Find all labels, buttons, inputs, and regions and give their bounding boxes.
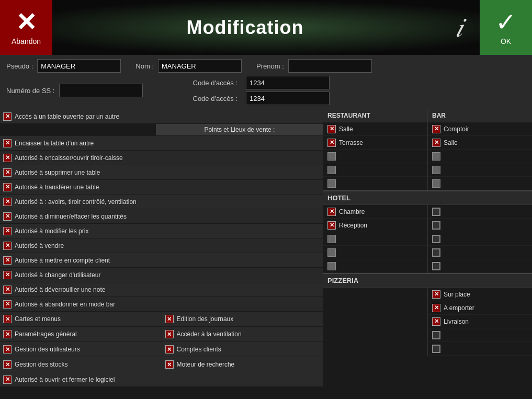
bar-salle-checkbox[interactable]: ✕	[432, 139, 440, 147]
perm-users-text: Gestion des utilisateurs	[15, 346, 80, 353]
form-area: Pseudo : Nom : Prénom : Numéro de SS : C…	[0, 55, 532, 109]
perm-8-text: Autorisé à modifier les prix	[15, 227, 88, 235]
restaurant-item-3	[323, 150, 427, 163]
hotel-right-3-radio[interactable]	[432, 235, 440, 243]
perm-3-text: Autorisé à encaisser/ouvrir tiroir-caiss…	[15, 154, 123, 162]
perm-double-3: ✕ Gestion des utilisateurs ✕ Comptes cli…	[0, 342, 323, 357]
pseudo-input[interactable]	[37, 59, 121, 73]
perm-edition-checkbox[interactable]: ✕	[165, 315, 174, 323]
perm-8-checkbox[interactable]: ✕	[3, 227, 12, 235]
perm-comptes-checkbox[interactable]: ✕	[165, 345, 174, 354]
perm-half-ventil: ✕ Accéder à la ventilation	[162, 327, 324, 341]
perm-10-checkbox[interactable]: ✕	[3, 256, 12, 265]
hotel-right-item-4	[428, 246, 532, 259]
restaurant-item-5-checkbox[interactable]	[327, 179, 336, 188]
pizzeria-header: PIZZERIA	[323, 273, 532, 288]
bar-item-3-checkbox[interactable]	[432, 152, 440, 161]
hotel-right-5-radio[interactable]	[432, 262, 440, 270]
restaurant-item-4-checkbox[interactable]	[327, 166, 336, 174]
bar-col: BAR ✕ Comptoir ✕ Salle	[428, 109, 532, 190]
bar-item-5-checkbox[interactable]	[432, 179, 440, 188]
info-button[interactable]: 𝑖	[438, 0, 480, 55]
perm-moteur-checkbox[interactable]: ✕	[165, 360, 174, 369]
bar-header: BAR	[428, 109, 532, 122]
perm-12-checkbox[interactable]: ✕	[3, 286, 12, 294]
restaurant-terrasse-checkbox[interactable]: ✕	[327, 139, 336, 147]
hotel-right-item-5	[428, 259, 532, 273]
perm-row-12: ✕ Autorisé à déverrouiller une note	[0, 282, 323, 297]
ss-input[interactable]	[59, 84, 143, 97]
hotel-item-4-checkbox[interactable]	[327, 248, 336, 257]
perm-half-cartes: ✕ Cartes et menus	[0, 312, 162, 326]
hotel-item-5-checkbox[interactable]	[327, 262, 336, 270]
perm-double-4: ✕ Gestion des stocks ✕ Moteur de recherc…	[0, 357, 323, 372]
perm-users-checkbox[interactable]: ✕	[3, 345, 12, 354]
perm-row-4: ✕ Autorisé à supprimer une table	[0, 165, 323, 180]
hotel-reception: ✕ Réception	[323, 219, 427, 232]
perm-ventil-text: Accéder à la ventilation	[177, 330, 242, 338]
abandon-button[interactable]: ✕ Abandon	[0, 0, 52, 55]
perm-ventil-checkbox[interactable]: ✕	[165, 330, 174, 338]
ok-label: OK	[501, 37, 511, 45]
perm-3-checkbox[interactable]: ✕	[3, 154, 12, 162]
pseudo-label: Pseudo :	[6, 62, 33, 70]
pizzeria-section: ✕ Sur place ✕ A emporter ✕ Livraison	[323, 288, 532, 356]
perm-last-checkbox[interactable]: ✕	[3, 375, 12, 384]
hotel-reception-checkbox[interactable]: ✕	[327, 221, 336, 230]
perm-half-moteur: ✕ Moteur de recherche	[162, 357, 324, 372]
hotel-right-2-radio[interactable]	[432, 221, 440, 230]
pizzeria-aemporter-text: A emporter	[444, 304, 474, 312]
perm-2-checkbox[interactable]: ✕	[3, 139, 12, 147]
pizzeria-item-4-radio[interactable]	[432, 331, 440, 339]
pizzeria-item-5	[428, 342, 532, 356]
hotel-item-4	[323, 246, 427, 259]
perm-row-1: ✕ Accès à un table ouverte par un autre	[0, 109, 323, 124]
bar-comptoir-checkbox[interactable]: ✕	[432, 125, 440, 133]
hotel-right-4-radio[interactable]	[432, 248, 440, 257]
hotel-item-3-checkbox[interactable]	[327, 235, 336, 243]
bar-comptoir: ✕ Comptoir	[428, 122, 532, 136]
ok-button[interactable]: ✓ OK	[480, 0, 532, 55]
pizzeria-livraison-text: Livraison	[444, 318, 469, 325]
right-panel: RESTAURANT ✕ Salle ✕ Terrasse	[323, 109, 532, 399]
nom-input[interactable]	[158, 59, 242, 73]
perm-1-checkbox[interactable]: ✕	[3, 112, 12, 121]
pizzeria-item-4	[428, 328, 532, 342]
perm-9-checkbox[interactable]: ✕	[3, 242, 12, 250]
perm-stocks-checkbox[interactable]: ✕	[3, 360, 12, 369]
perm-half-stocks: ✕ Gestion des stocks	[0, 357, 162, 372]
perm-11-checkbox[interactable]: ✕	[3, 271, 12, 279]
code1-input[interactable]	[246, 76, 330, 89]
perm-5-checkbox[interactable]: ✕	[3, 183, 12, 191]
perm-row-13: ✕ Autorisé à abandonner en mode bar	[0, 297, 323, 312]
code2-row: Code d'accès :	[193, 92, 330, 105]
ss-label: Numéro de SS :	[6, 87, 55, 95]
hotel-right-item-3	[428, 232, 532, 246]
bar-item-4-checkbox[interactable]	[432, 166, 440, 174]
pizzeria-item-5-radio[interactable]	[432, 345, 440, 353]
perm-param-checkbox[interactable]: ✕	[3, 330, 12, 338]
pizzeria-aemporter-checkbox[interactable]: ✕	[432, 304, 440, 312]
hotel-chambre-checkbox[interactable]: ✕	[327, 208, 336, 216]
pizzeria-right-col: ✕ Sur place ✕ A emporter ✕ Livraison	[428, 288, 532, 356]
restaurant-salle-checkbox[interactable]: ✕	[327, 125, 336, 133]
pizzeria-surplace-checkbox[interactable]: ✕	[432, 290, 440, 299]
hotel-chambre-text: Chambre	[339, 208, 365, 215]
code1-row: Code d'accès :	[193, 76, 330, 89]
hotel-right-1-radio[interactable]	[432, 208, 440, 216]
code2-input[interactable]	[246, 92, 330, 105]
perm-4-checkbox[interactable]: ✕	[3, 168, 12, 177]
prenom-input[interactable]	[288, 59, 372, 73]
left-panel: ✕ Accès à un table ouverte par un autre …	[0, 109, 323, 399]
pizzeria-livraison-checkbox[interactable]: ✕	[432, 317, 440, 326]
restaurant-item-3-checkbox[interactable]	[327, 152, 336, 161]
pizzeria-surplace: ✕ Sur place	[428, 288, 532, 301]
perm-row-6: ✕ Autorisé à : avoirs, tiroir contrôlé, …	[0, 195, 323, 209]
restaurant-item-5	[323, 177, 427, 190]
hotel-right-item-1	[428, 205, 532, 219]
perm-7-checkbox[interactable]: ✕	[3, 212, 12, 221]
code1-label: Code d'accès :	[193, 79, 238, 87]
perm-6-checkbox[interactable]: ✕	[3, 198, 12, 206]
perm-13-checkbox[interactable]: ✕	[3, 300, 12, 309]
perm-cartes-checkbox[interactable]: ✕	[3, 315, 12, 323]
